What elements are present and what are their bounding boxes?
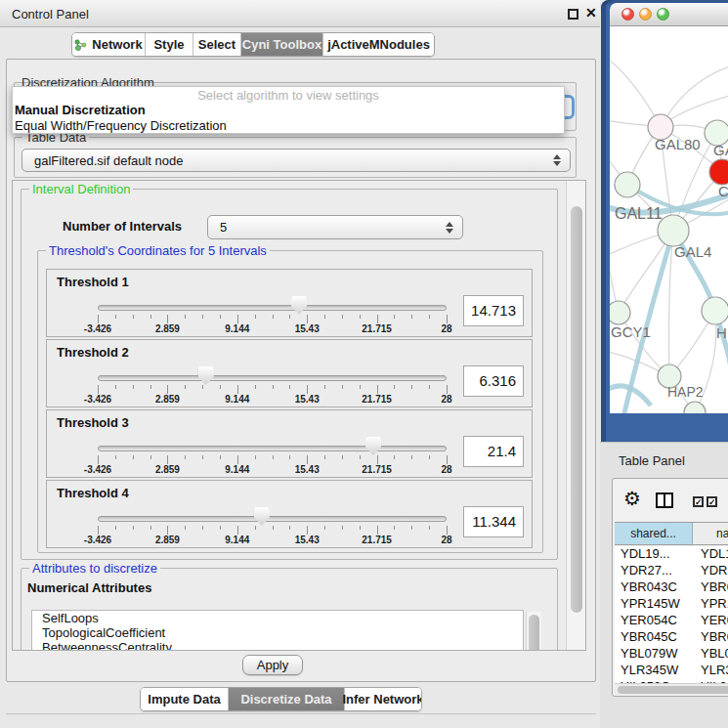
gear-icon[interactable]: ⚙ bbox=[623, 487, 641, 510]
table-data-combobox[interactable]: galFiltered.sif default node bbox=[21, 149, 571, 172]
panel-title: Control Panel bbox=[12, 7, 89, 21]
tab-label: Select bbox=[198, 37, 236, 52]
table-row[interactable]: YPR145WYPR1 bbox=[615, 596, 728, 613]
thresholds-group-box: Threshold's Coordinates for 5 Intervals … bbox=[37, 250, 543, 553]
attribute-browser-panel: ⚙ ✓ ✓ shared... na YDL19...YDL1YDR27...Y… bbox=[612, 478, 728, 697]
table-cell-shared: YPR145W bbox=[615, 596, 693, 613]
attribute-list-item[interactable]: SelfLoops bbox=[32, 611, 523, 625]
algorithm-popup: Select algorithm to view settings Manual… bbox=[12, 86, 565, 134]
attribute-list-item[interactable]: BetweennessCentrality bbox=[32, 640, 523, 651]
tab-network[interactable]: Network bbox=[72, 33, 146, 56]
minimize-traffic-light[interactable] bbox=[639, 8, 652, 21]
slider-thumb[interactable] bbox=[254, 507, 270, 526]
tab-jactivemnodules[interactable]: jActiveMNodules bbox=[323, 33, 434, 56]
threshold-label: Threshold 1 bbox=[57, 275, 129, 289]
slider-tick-labels: -3.4262.8599.14415.4321.71528 bbox=[98, 323, 447, 335]
zoom-traffic-light[interactable] bbox=[657, 8, 669, 21]
number-of-intervals-spinner[interactable]: 5 bbox=[207, 215, 463, 239]
threshold-value-field[interactable]: 14.713 bbox=[463, 295, 524, 326]
select-all-icon[interactable]: ✓ bbox=[693, 496, 704, 507]
attributes-scrollbar-thumb[interactable] bbox=[529, 615, 539, 651]
number-of-intervals-value: 5 bbox=[220, 220, 227, 235]
tab-impute-data[interactable]: Impute Data bbox=[141, 688, 229, 710]
gal11-node[interactable] bbox=[615, 172, 640, 197]
slider-track[interactable] bbox=[98, 516, 447, 522]
algorithm-option-equal-width[interactable]: Equal Width/Frequency Discretization bbox=[15, 118, 227, 133]
settings-scrollbar-thumb[interactable] bbox=[571, 206, 582, 613]
slider-thumb[interactable] bbox=[198, 366, 214, 385]
table-row[interactable]: YLR345WYLR3 bbox=[615, 663, 728, 679]
attribute-list-item[interactable]: TopologicalCoefficient bbox=[32, 625, 523, 640]
table-row[interactable]: YER054CYER0 bbox=[615, 613, 728, 629]
threshold-value-field[interactable]: 6.316 bbox=[463, 365, 524, 397]
slider-track[interactable] bbox=[98, 305, 447, 311]
slider-track[interactable] bbox=[98, 375, 447, 381]
close-traffic-light[interactable] bbox=[621, 8, 634, 21]
tab-cyni-toolbox[interactable]: Cyni Toolbox bbox=[241, 33, 323, 56]
float-window-icon[interactable] bbox=[568, 9, 578, 20]
column-header-name[interactable]: na bbox=[693, 523, 728, 544]
table-cell-shared: YLR345W bbox=[615, 663, 693, 679]
table-row[interactable]: YBR045CYBR0 bbox=[615, 629, 728, 646]
table-cell-shared: YER054C bbox=[615, 613, 693, 629]
attributes-scrollbar[interactable] bbox=[526, 612, 541, 651]
bottom-tab-bar: Impute DataDiscretize DataInfer Network bbox=[140, 687, 422, 711]
interval-definition-title: Interval Definition bbox=[29, 182, 133, 196]
slider-thumb[interactable] bbox=[291, 296, 307, 315]
network-window-titlebar[interactable] bbox=[610, 3, 728, 26]
right-node[interactable] bbox=[702, 297, 728, 324]
table-cell-name: YBL0 bbox=[693, 646, 728, 663]
slider-thumb[interactable] bbox=[365, 437, 381, 455]
tab-label: Infer Network bbox=[342, 692, 422, 707]
threshold-row: Threshold 3-3.4262.8599.14415.4321.71528… bbox=[46, 409, 533, 478]
network-window[interactable]: GAL80GACGAL11GAL4GCY1HHAP2 bbox=[601, 0, 728, 442]
numerical-attributes-list[interactable]: SelfLoopsTopologicalCoefficientBetweenne… bbox=[31, 610, 524, 651]
table-data-selected: galFiltered.sif default node bbox=[34, 153, 183, 168]
table-cell-shared: YBL079W bbox=[615, 646, 693, 663]
threshold-value-field[interactable]: 21.4 bbox=[463, 436, 524, 467]
tab-label: Cyni Toolbox bbox=[242, 37, 321, 52]
algorithm-option-manual[interactable]: Manual Discretization bbox=[15, 103, 146, 117]
table-header-row: shared... na bbox=[615, 522, 728, 545]
table-cell-name: YER0 bbox=[693, 613, 728, 629]
table-row[interactable]: YBL079WYBL0 bbox=[615, 646, 728, 663]
threshold-value-field[interactable]: 11.344 bbox=[463, 506, 524, 537]
table-row[interactable]: YDR27...YDR2 bbox=[615, 563, 728, 579]
threshold-label: Threshold 2 bbox=[57, 345, 129, 360]
table-row[interactable]: YDL19...YDL1 bbox=[615, 546, 728, 563]
tab-select[interactable]: Select bbox=[193, 33, 241, 56]
tab-label: Impute Data bbox=[148, 692, 220, 707]
table-cell-shared: YBR043C bbox=[615, 579, 693, 596]
table-cell-shared: YDL19... bbox=[615, 546, 693, 563]
apply-button[interactable]: Apply bbox=[242, 655, 303, 675]
network-node-label: GAL4 bbox=[674, 243, 711, 260]
table-panel: Table Panel ⚙ ✓ ✓ shared... na YDL19...Y… bbox=[600, 442, 728, 728]
close-icon[interactable]: ✕ bbox=[585, 5, 597, 21]
network-node-label: H bbox=[716, 324, 727, 341]
algorithm-popup-hint: Select algorithm to view settings bbox=[13, 88, 564, 103]
attributes-box: Attributes to discretize Numerical Attri… bbox=[21, 568, 558, 651]
slider-track[interactable] bbox=[98, 446, 447, 451]
gcy1-node[interactable] bbox=[610, 301, 630, 324]
split-columns-icon[interactable] bbox=[656, 492, 673, 508]
settings-scrollbar[interactable] bbox=[566, 181, 585, 650]
column-header-shared[interactable]: shared... bbox=[615, 523, 693, 544]
table-hscrollbar-thumb[interactable] bbox=[618, 686, 728, 694]
network-node-label: GAL80 bbox=[655, 136, 701, 152]
table-hscrollbar[interactable] bbox=[615, 683, 728, 695]
slider-tick-labels: -3.4262.8599.14415.4321.71528 bbox=[98, 464, 447, 476]
table-row[interactable]: YBR043CYBR0 bbox=[615, 579, 728, 596]
tab-discretize-data[interactable]: Discretize Data bbox=[229, 688, 345, 710]
tab-infer-network[interactable]: Infer Network bbox=[345, 688, 421, 710]
gal4-node[interactable] bbox=[658, 215, 689, 246]
pane-bottom-border bbox=[6, 713, 596, 714]
network-view-canvas[interactable]: GAL80GACGAL11GAL4GCY1HHAP2 bbox=[610, 26, 728, 413]
threshold-row: Threshold 4-3.4262.8599.14415.4321.71528… bbox=[46, 480, 533, 548]
threshold-label: Threshold 4 bbox=[57, 486, 129, 500]
table-cell-name: YBR0 bbox=[693, 629, 728, 646]
tab-style[interactable]: Style bbox=[146, 33, 193, 56]
select-all-icon[interactable]: ✓ bbox=[707, 496, 717, 507]
table-cell-name: YDR2 bbox=[693, 563, 728, 579]
settings-scroll-viewport: Interval Definition Number of Intervals … bbox=[12, 180, 586, 651]
slider-tick-labels: -3.4262.8599.14415.4321.71528 bbox=[98, 535, 447, 546]
